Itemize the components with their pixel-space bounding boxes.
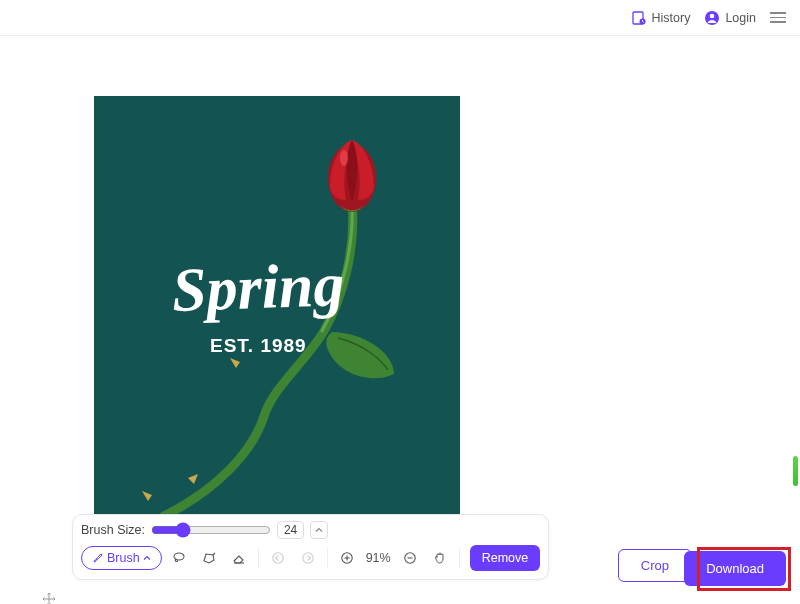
svg-point-3 — [710, 13, 715, 18]
app-header: History Login — [0, 0, 800, 36]
remove-button[interactable]: Remove — [470, 545, 541, 571]
scroll-indicator[interactable] — [793, 456, 798, 486]
brush-size-row: Brush Size: 24 — [81, 521, 540, 539]
brush-size-stepper[interactable] — [310, 521, 328, 539]
brush-size-label: Brush Size: — [81, 523, 145, 537]
svg-point-5 — [340, 150, 348, 166]
history-button[interactable]: History — [631, 10, 691, 26]
polygon-tool[interactable] — [196, 545, 222, 571]
history-icon — [631, 10, 647, 26]
editor-toolbar: Brush Size: 24 Brush — [72, 514, 549, 580]
canvas-image[interactable]: Spring EST. 1989 — [94, 96, 460, 534]
history-label: History — [652, 11, 691, 25]
brush-tool-label: Brush — [107, 551, 140, 565]
user-icon — [704, 10, 720, 26]
svg-point-9 — [302, 553, 312, 563]
canvas-subtitle: EST. 1989 — [210, 335, 307, 357]
canvas-area: Spring EST. 1989 Brush Size: 24 Brush — [0, 36, 800, 604]
menu-button[interactable] — [770, 12, 786, 23]
redo-button[interactable] — [295, 545, 321, 571]
separator — [459, 548, 460, 568]
separator — [258, 548, 259, 568]
chevron-up-icon — [143, 554, 151, 562]
tool-row: Brush — [81, 545, 540, 571]
crop-button[interactable]: Crop — [618, 549, 692, 582]
undo-button[interactable] — [265, 545, 291, 571]
eraser-tool[interactable] — [226, 545, 252, 571]
zoom-out-button[interactable] — [397, 545, 423, 571]
brush-size-value: 24 — [277, 521, 304, 539]
svg-point-8 — [272, 553, 282, 563]
pan-tool[interactable] — [427, 545, 453, 571]
brush-size-slider[interactable] — [151, 522, 271, 538]
brush-tool-button[interactable]: Brush — [81, 546, 162, 570]
lasso-tool[interactable] — [166, 545, 192, 571]
login-label: Login — [725, 11, 756, 25]
separator — [327, 548, 328, 568]
move-toolbar-handle[interactable] — [40, 590, 58, 604]
zoom-in-button[interactable] — [334, 545, 360, 571]
login-button[interactable]: Login — [704, 10, 756, 26]
download-button[interactable]: Download — [684, 551, 786, 586]
brush-icon — [92, 552, 104, 564]
zoom-level: 91% — [364, 551, 393, 565]
canvas-title: Spring — [171, 249, 346, 326]
